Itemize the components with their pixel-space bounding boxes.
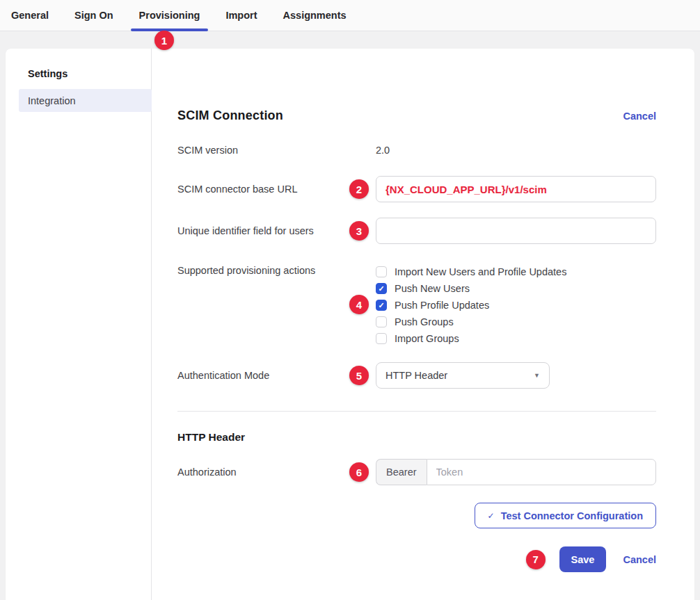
sidebar-item-integration[interactable]: Integration xyxy=(19,89,152,112)
step-badge-4: 4 xyxy=(349,295,369,314)
base-url-input[interactable] xyxy=(376,176,656,202)
base-url-label: SCIM connector base URL xyxy=(177,184,376,195)
checkbox-import-groups[interactable]: ✓ xyxy=(376,333,387,344)
app-tabbar: General Sign On Provisioning Import Assi… xyxy=(0,0,700,31)
section-divider xyxy=(177,411,656,412)
sidebar-item-label: Integration xyxy=(28,95,76,106)
checkbox-import-new-users[interactable]: ✓ xyxy=(376,266,387,277)
cancel-link-top[interactable]: Cancel xyxy=(623,111,656,122)
provisioning-actions-row: Supported provisioning actions 4 ✓ Impor… xyxy=(177,262,656,347)
checkbox-label: Push Groups xyxy=(395,316,454,327)
checkbox-label: Import New Users and Profile Updates xyxy=(395,266,566,277)
auth-mode-selected-value: HTTP Header xyxy=(385,370,447,381)
checkbox-label: Push New Users xyxy=(395,283,470,294)
cancel-link-bottom[interactable]: Cancel xyxy=(623,554,656,565)
checkbox-row-push-profile-updates[interactable]: ✓ Push Profile Updates xyxy=(376,297,656,314)
check-icon: ✓ xyxy=(488,511,495,521)
tab-sign-on[interactable]: Sign On xyxy=(74,0,113,31)
checkbox-row-push-new-users[interactable]: ✓ Push New Users xyxy=(376,280,656,297)
step-badge-3: 3 xyxy=(349,221,369,241)
step-badge-5: 5 xyxy=(349,366,369,385)
base-url-row: SCIM connector base URL 2 xyxy=(177,176,656,202)
sidebar-heading: Settings xyxy=(28,68,151,79)
provisioning-card: Settings Integration SCIM Connection Can… xyxy=(6,49,694,600)
tab-assignments[interactable]: Assignments xyxy=(283,0,347,31)
save-row: 7 Save Cancel xyxy=(177,546,656,572)
authorization-row: Authorization 6 Bearer xyxy=(177,459,656,485)
checkbox-label: Import Groups xyxy=(395,333,459,344)
scim-version-value: 2.0 xyxy=(376,145,390,156)
check-icon: ✓ xyxy=(378,302,384,309)
check-icon: ✓ xyxy=(378,285,384,293)
checkbox-row-push-groups[interactable]: ✓ Push Groups xyxy=(376,314,656,330)
auth-mode-select[interactable]: HTTP Header ▼ xyxy=(376,362,550,389)
tab-general[interactable]: General xyxy=(11,0,49,31)
tab-import[interactable]: Import xyxy=(225,0,257,31)
scim-version-label: SCIM version xyxy=(177,145,376,156)
scim-connection-panel: SCIM Connection Cancel SCIM version 2.0 … xyxy=(152,49,694,600)
test-button-label: Test Connector Configuration xyxy=(501,510,643,521)
chevron-down-icon: ▼ xyxy=(534,372,540,379)
http-header-section-heading: HTTP Header xyxy=(177,431,656,444)
page-title: SCIM Connection xyxy=(177,108,283,123)
save-button[interactable]: Save xyxy=(559,546,607,572)
auth-mode-row: Authentication Mode 5 HTTP Header ▼ xyxy=(177,362,656,389)
bearer-prefix: Bearer xyxy=(376,459,427,485)
authorization-label: Authorization xyxy=(177,467,376,478)
unique-id-input[interactable] xyxy=(376,218,656,244)
panel-header: SCIM Connection Cancel xyxy=(177,108,656,123)
tab-provisioning[interactable]: Provisioning xyxy=(139,0,200,31)
settings-sidebar: Settings Integration xyxy=(6,49,152,600)
test-connector-configuration-button[interactable]: ✓ Test Connector Configuration xyxy=(475,503,656,528)
step-badge-2: 2 xyxy=(349,179,369,199)
auth-mode-label: Authentication Mode xyxy=(177,370,376,381)
test-row: ✓ Test Connector Configuration xyxy=(177,503,656,528)
checkbox-push-groups[interactable]: ✓ xyxy=(376,316,387,327)
checkbox-push-new-users[interactable]: ✓ xyxy=(376,283,387,294)
step-badge-1: 1 xyxy=(154,31,174,50)
scim-version-row: SCIM version 2.0 xyxy=(177,144,656,156)
checkbox-label: Push Profile Updates xyxy=(395,300,489,311)
checkbox-push-profile-updates[interactable]: ✓ xyxy=(376,300,387,311)
checkbox-row-import-new-users[interactable]: ✓ Import New Users and Profile Updates xyxy=(376,263,656,280)
unique-id-row: Unique identifier field for users 3 xyxy=(177,218,656,244)
provisioning-actions-label: Supported provisioning actions xyxy=(177,262,376,276)
token-input[interactable] xyxy=(427,459,656,485)
step-badge-6: 6 xyxy=(349,462,369,482)
checkbox-row-import-groups[interactable]: ✓ Import Groups xyxy=(376,330,656,347)
unique-id-label: Unique identifier field for users xyxy=(177,225,376,236)
step-badge-7: 7 xyxy=(526,550,546,569)
